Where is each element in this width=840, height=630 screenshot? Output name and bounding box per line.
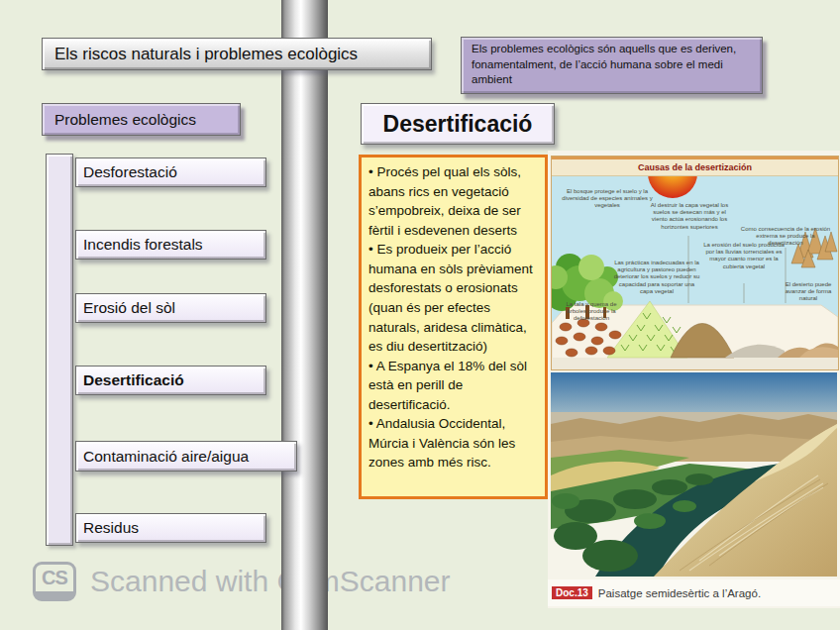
menu-item-contaminacio: Contaminació aire/aigua <box>75 441 297 472</box>
menu-header-label: Problemes ecològics <box>54 111 196 129</box>
info-box: Procés pel qual els sòls, abans rics en … <box>359 155 548 499</box>
bullet-item: A Espanya el 18% del sòl està en perill … <box>368 357 538 415</box>
photo-semidesert-landscape <box>551 372 837 577</box>
menu-item-residus: Residus <box>75 513 266 543</box>
diagram-label: Al destruir la capa vegetal los suelos s… <box>649 202 730 231</box>
bullet-item: Andalusia Occidental, Múrcia i València … <box>368 414 538 472</box>
diagram-title-label: Causas de la desertización <box>638 162 752 172</box>
section-heading: Desertificació <box>361 103 555 145</box>
diagram-label: La tala y quema de árboles produce la de… <box>562 301 621 323</box>
doc-badge: Doc.13 <box>552 586 592 599</box>
camscanner-watermark: CS Scanned with CamScanner <box>33 562 451 601</box>
diagram-label: El bosque protege el suelo y la diversid… <box>558 188 657 210</box>
camscanner-logo-icon: CS <box>33 562 76 601</box>
menu-item-desforestacio: Desforestació <box>75 158 266 187</box>
menu-header-button: Problemes ecològics <box>42 103 241 136</box>
menu-item-incendis: Incendis forestals <box>75 230 266 260</box>
diagram-label: Las prácticas inadecuadas en la agricult… <box>613 260 700 295</box>
diagram-label: El desierto puede avanzar de forma natur… <box>782 281 835 303</box>
menu-link-bracket <box>46 154 73 546</box>
desertification-diagram: Causas de la desertización <box>551 156 839 370</box>
bullet-item: Es produeix per l’acció humana en sòls p… <box>368 240 538 356</box>
definition-text: Els problemes ecològics són aquells que … <box>472 42 752 88</box>
menu-item-desertificacio: Desertificació <box>75 366 266 395</box>
menu-item-label: Contaminació aire/aigua <box>83 448 249 466</box>
diagram-title: Causas de la desertización <box>552 159 838 176</box>
divider-pole <box>281 0 328 630</box>
definition-box: Els problemes ecològics són aquells que … <box>461 37 763 94</box>
menu-item-label: Erosió del sòl <box>83 299 175 317</box>
slide-title-label: Els riscos naturals i problemes ecològic… <box>54 45 358 64</box>
camscanner-logo-letters: CS <box>42 567 67 589</box>
slide-title: Els riscos naturals i problemes ecològic… <box>42 38 432 70</box>
bullet-item: Procés pel qual els sòls, abans rics en … <box>368 162 538 240</box>
menu-item-label: Desertificació <box>83 371 184 389</box>
menu-item-label: Residus <box>83 519 139 537</box>
menu-item-label: Incendis forestals <box>83 236 203 254</box>
section-heading-label: Desertificació <box>383 111 533 138</box>
caption-text: Paisatge semidesèrtic a l’Aragó. <box>598 587 761 599</box>
menu-item-label: Desforestació <box>83 163 177 181</box>
menu-item-erosio: Erosió del sòl <box>75 293 266 323</box>
watermark-text: Scanned with CamScanner <box>90 565 451 598</box>
figure-caption: Doc.13 Paisatge semidesèrtic a l’Aragó. <box>548 579 840 606</box>
diagram-label: La erosión del suelo producida por las l… <box>702 242 786 270</box>
